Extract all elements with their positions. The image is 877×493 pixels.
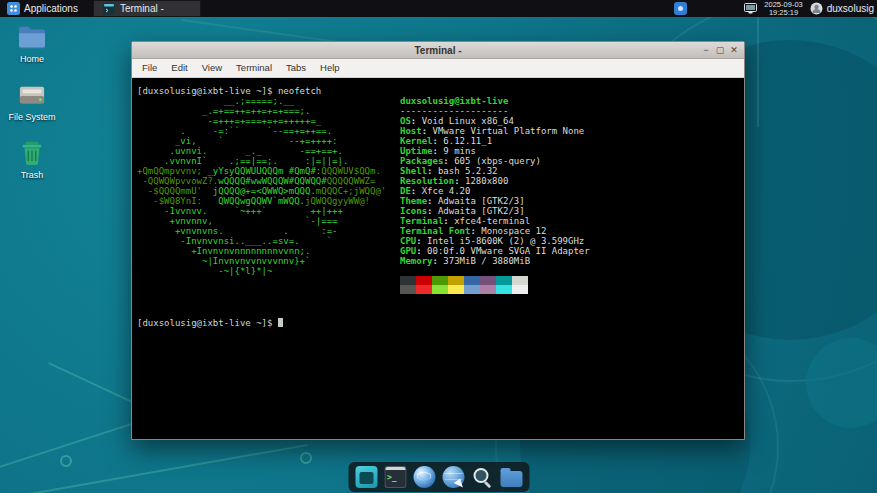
background-decoration [12, 444, 308, 493]
neofetch-field: Terminal Font: Monospace 12 [400, 226, 590, 236]
desktop-icon-trash[interactable]: Trash [0, 140, 64, 180]
background-decoration [757, 17, 759, 127]
neofetch-info: duxsolusig@ixbt-live -------------------… [400, 96, 590, 294]
ascii-art-line: -QQWQWpvvowZ?.wQQQQ#wwWQQQW#QQWQQ#QQQQQW… [137, 176, 386, 186]
palette-swatch [448, 276, 464, 285]
dock-item-console[interactable] [384, 466, 406, 488]
user-avatar-icon [810, 2, 823, 15]
neofetch-field: Packages: 605 (xbps-query) [400, 156, 590, 166]
desktop-icon-label: File System [0, 112, 64, 122]
desktop-icon-label: Trash [0, 170, 64, 180]
neofetch-field: Theme: Adwaita [GTK2/3] [400, 196, 590, 206]
file-manager-icon [500, 471, 522, 487]
ascii-art-line: +Invnvnvnnnnnnnnvvnn;. [137, 246, 386, 256]
palette-gap [400, 266, 590, 276]
console-icon [384, 466, 406, 488]
neofetch-field: Uptime: 9 mins [400, 146, 590, 156]
display-icon[interactable] [744, 3, 757, 15]
background-decoration [300, 452, 312, 464]
neofetch-field: Resolution: 1280x800 [400, 176, 590, 186]
dock-item-terminal[interactable] [355, 466, 377, 488]
top-panel: Applications Terminal - 2025-09-03 19:25… [0, 0, 877, 17]
dock-item-web-browser[interactable] [442, 466, 464, 488]
applications-menu-button[interactable]: Applications [0, 0, 85, 17]
ascii-art-line: ~|Invnvnvvnvvvnnv}+` [137, 256, 386, 266]
ascii-art-line: .vvnvnI` .;==|==;. :|=||=|. [137, 156, 386, 166]
terminal-cursor [278, 318, 283, 327]
neofetch-ascii-art: __.;=====;.__ _.=+==++=++=+=+===;. -=+++… [137, 96, 386, 276]
applications-icon [7, 2, 20, 15]
neofetch-separator: -------------------- [400, 106, 590, 116]
palette-swatch [432, 285, 448, 294]
user-actions-button[interactable]: duxsolusig [810, 2, 874, 15]
application-finder-icon [471, 466, 493, 488]
palette-swatch [416, 285, 432, 294]
menu-item-tabs[interactable]: Tabs [279, 59, 313, 77]
ascii-art-line: -$QQQQmmU' jQQQQ@+=<QWWQ>mQQQ.mQQQC+;jWQ… [137, 186, 386, 196]
dock-item-application-finder[interactable] [471, 466, 493, 488]
palette-swatch [464, 285, 480, 294]
ascii-art-line: -=+++=+===+=+=+++++=_ [137, 116, 386, 126]
ascii-art-line: .uvnvi. _._ -==+==+. [137, 146, 386, 156]
taskbar-window-label: Terminal - [120, 3, 164, 14]
close-button[interactable]: ✕ [727, 43, 741, 58]
menu-item-help[interactable]: Help [313, 59, 347, 77]
neofetch-field: DE: Xfce 4.20 [400, 186, 590, 196]
clock-time: 19:25:19 [769, 9, 798, 17]
maximize-button[interactable]: ▢ [713, 43, 727, 58]
dock [348, 462, 529, 492]
hard-drive-icon [17, 82, 47, 108]
username-label: duxsolusig [827, 3, 874, 14]
ascii-art-line: _vi, ` --+=++++: [137, 136, 386, 146]
taskbar-window-button[interactable]: Terminal - [93, 0, 201, 17]
applications-menu-label: Applications [24, 3, 78, 14]
desktop: Applications Terminal - 2025-09-03 19:25… [0, 0, 877, 493]
menu-item-view[interactable]: View [195, 59, 229, 77]
palette-swatch [512, 285, 528, 294]
palette-swatch [416, 276, 432, 285]
palette-swatch [400, 276, 416, 285]
palette-swatch [496, 285, 512, 294]
neofetch-fields: OS: Void Linux x86_64Host: VMware Virtua… [400, 116, 590, 266]
terminal-icon [103, 3, 115, 15]
ascii-art-line: _.=+==++=++=+=+===;. [137, 106, 386, 116]
window-titlebar[interactable]: Terminal - −▢✕ [132, 42, 744, 59]
shell-prompt: [duxsolusig@ixbt-live ~]$ [137, 318, 278, 328]
neofetch-field: Memory: 373MiB / 3880MiB [400, 256, 590, 266]
menu-item-edit[interactable]: Edit [164, 59, 194, 77]
menu-bar: FileEditViewTerminalTabsHelp [132, 59, 744, 78]
terminal-screen[interactable]: [duxsolusig@ixbt-live ~]$ neofetch __.;=… [132, 78, 744, 439]
ascii-art-line: __.;=====;.__ [137, 96, 386, 106]
neofetch-field: Terminal: xfce4-terminal [400, 216, 590, 226]
window-controls: −▢✕ [699, 42, 741, 58]
neofetch-field: Icons: Adwaita [GTK2/3] [400, 206, 590, 216]
desktop-icon-file-system[interactable]: File System [0, 82, 64, 122]
panel-clock[interactable]: 2025-09-03 19:25:19 [764, 1, 802, 17]
menu-item-terminal[interactable]: Terminal [229, 59, 279, 77]
neofetch-field: GPU: 00:0f.0 VMware SVGA II Adapter [400, 246, 590, 256]
terminal-window: Terminal - −▢✕ FileEditViewTerminalTabsH… [131, 41, 745, 440]
ascii-art-line: -$WQ8YnI: QWQQwgQQWV`mWQQ.jQWQQgyyWW@! [137, 196, 386, 206]
terminal-new-prompt: [duxsolusig@ixbt-live ~]$ [137, 318, 283, 328]
desktop-icon-label: Home [0, 54, 64, 64]
neofetch-header: duxsolusig@ixbt-live [400, 96, 590, 106]
ascii-art-line: . -=:`` `--==+=++==. [137, 126, 386, 136]
ascii-art-line: -~|{*l}*|~ [137, 266, 386, 276]
shell-command: neofetch [278, 86, 321, 96]
desktop-icon-home[interactable]: Home [0, 24, 64, 64]
terminal-icon [355, 466, 377, 488]
ascii-art-line: -Invnvvnsi..___..=sv=. ` [137, 236, 386, 246]
window-title: Terminal - [414, 45, 461, 56]
minimize-button[interactable]: − [699, 43, 713, 58]
palette-swatch [480, 285, 496, 294]
home-folder-icon [17, 24, 47, 50]
ascii-art-line: -1vvnvv. `~+++` ++|+++ [137, 206, 386, 216]
dock-item-browser[interactable] [413, 466, 435, 488]
ascii-art-line: +vnvnnv, `-|=== [137, 216, 386, 226]
menu-item-file[interactable]: File [135, 59, 164, 77]
ascii-art-line: +vnvnvns. . :=- [137, 226, 386, 236]
dock-item-file-manager[interactable] [500, 466, 522, 488]
palette-row-normal [400, 276, 590, 285]
tray-icon[interactable] [674, 2, 687, 15]
palette-swatch [480, 276, 496, 285]
